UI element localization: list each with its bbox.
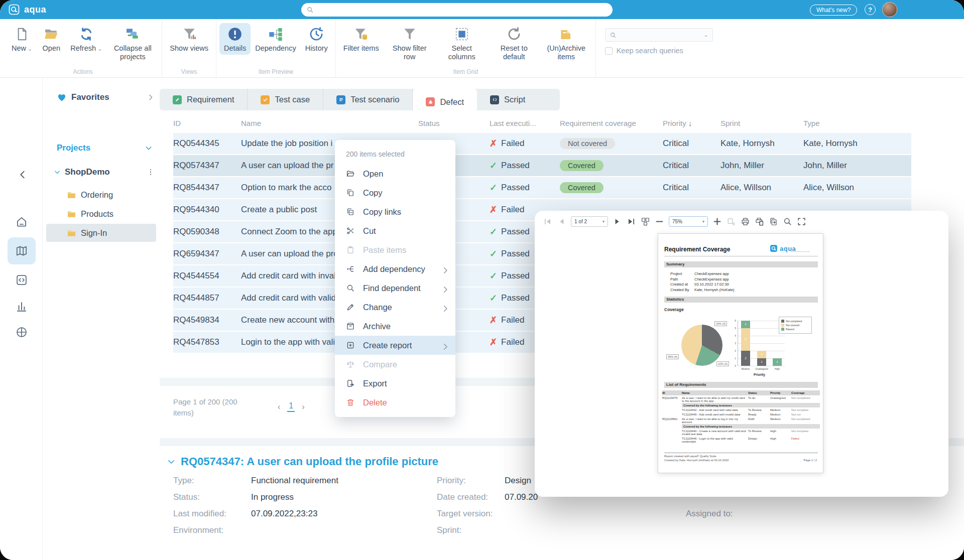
- menu-item-change[interactable]: Change: [335, 298, 455, 317]
- menu-item-paste-items: Paste items: [335, 240, 455, 259]
- new-button[interactable]: New ⌄: [7, 23, 37, 55]
- rail-item-home[interactable]: [8, 209, 36, 234]
- menu-item-delete[interactable]: Delete: [335, 393, 455, 412]
- page-select[interactable]: 1 of 2▾: [571, 216, 608, 227]
- projects-header[interactable]: Projects: [57, 143, 153, 153]
- rail-item-code-box[interactable]: [8, 267, 36, 293]
- column-header-priority[interactable]: Priority ↓: [663, 119, 720, 127]
- context-menu: 200 items selected OpenCopyCopy linksCut…: [335, 140, 455, 417]
- detail-field: Last modified:07.09.2022,23:23: [173, 505, 338, 522]
- brand-name: aqua: [24, 5, 46, 15]
- table-row[interactable]: RQ8544347Option to mark the acco✓PassedC…: [173, 177, 911, 198]
- page-number[interactable]: 1: [287, 401, 295, 412]
- kebab-menu-icon[interactable]: [147, 168, 155, 176]
- pv-next-icon[interactable]: [613, 217, 622, 226]
- pv-fullscreen-icon[interactable]: [797, 217, 806, 226]
- prev-page-button[interactable]: ‹: [278, 402, 280, 411]
- dependency-button[interactable]: Dependency: [251, 23, 300, 55]
- ribbon-search-input[interactable]: ⌄: [605, 28, 713, 42]
- chevron-right-icon[interactable]: [147, 93, 155, 101]
- rail-item-map[interactable]: [8, 237, 36, 264]
- details-button[interactable]: Details: [219, 23, 251, 55]
- column-header-last-executi-[interactable]: Last executi...: [490, 119, 560, 127]
- detail-field-value: Design: [505, 476, 531, 486]
- menu-item-add-dependency[interactable]: Add dependency: [335, 259, 455, 278]
- pv-print-page-icon[interactable]: [755, 217, 764, 226]
- report-table-header: IDNameStatusPriorityCoverage: [662, 390, 820, 395]
- checkbox-icon[interactable]: [605, 47, 613, 55]
- tree-item-sign-in[interactable]: Sign-In: [46, 224, 156, 242]
- chevron-down-icon[interactable]: [54, 169, 61, 176]
- report-section-summary: Summary: [664, 261, 818, 267]
- column-header-status[interactable]: Status: [418, 119, 490, 127]
- avatar[interactable]: [882, 2, 897, 17]
- execution-label: Failed: [501, 315, 524, 325]
- show-filter-row-button[interactable]: Show filter row: [384, 23, 436, 63]
- reset-to-default-button[interactable]: Reset to default: [488, 23, 540, 63]
- pv-minus-icon[interactable]: [655, 217, 664, 226]
- refresh-button[interactable]: Refresh ⌄: [66, 23, 106, 55]
- rail-item-bar-chart[interactable]: [8, 294, 36, 319]
- chevron-down-icon[interactable]: [145, 144, 153, 152]
- table-row[interactable]: RQ0574347A user can upload the pr✓Passed…: [173, 155, 911, 176]
- show-views-button[interactable]: Show views: [165, 23, 213, 55]
- chevron-down-icon[interactable]: ⌄: [703, 32, 708, 38]
- whats-new-button[interactable]: What's new?: [810, 5, 857, 16]
- chevron-down-icon[interactable]: [167, 457, 176, 466]
- menu-item-copy[interactable]: Copy: [335, 183, 455, 202]
- menu-item-open[interactable]: Open: [335, 164, 455, 183]
- toolbar-button-label: Refresh ⌄: [70, 44, 102, 53]
- column-header-id[interactable]: ID: [173, 119, 241, 127]
- pv-print-icon[interactable]: [741, 217, 750, 226]
- menu-item-archive[interactable]: Archive: [335, 317, 455, 336]
- tree-item-label: Products: [81, 209, 113, 219]
- select-columns-button[interactable]: Select columns: [436, 23, 488, 63]
- column-header-name[interactable]: Name: [241, 119, 418, 127]
- pv-export-icon[interactable]: [769, 217, 778, 226]
- history-button[interactable]: History: [301, 23, 332, 55]
- detail-header[interactable]: RQ0574347: A user can upload the profile…: [167, 455, 438, 468]
- global-search-input[interactable]: [318, 6, 608, 14]
- open-button[interactable]: Open: [37, 23, 66, 55]
- tab-test-case[interactable]: Test case: [248, 89, 323, 110]
- detail-field: Status:In progress: [173, 489, 338, 505]
- report-section-list: List of Requirements: [664, 382, 818, 388]
- column-header-type[interactable]: Type: [803, 119, 911, 127]
- column-header-requirement-coverage[interactable]: Requirement coverage: [560, 119, 663, 127]
- tab-script[interactable]: Script: [477, 89, 538, 110]
- menu-item-find-dependent[interactable]: Find dependent: [335, 278, 455, 298]
- ribbon-toolbar: New ⌄OpenRefresh ⌄Collapse all projectsA…: [0, 19, 964, 78]
- help-button[interactable]: ?: [865, 4, 876, 15]
- menu-item-label: Create report: [363, 341, 433, 350]
- rail-item-grid-circle[interactable]: [8, 320, 36, 345]
- detail-field: Target version:: [437, 505, 538, 522]
- sort-desc-icon: ↓: [686, 119, 692, 127]
- tab-defect[interactable]: Defect: [413, 89, 477, 115]
- -un-archive-items-button[interactable]: (Un)Archive items: [540, 23, 592, 63]
- collapse-all-projects-button[interactable]: Collapse all projects: [106, 23, 159, 63]
- favorites-header[interactable]: Favorites: [57, 92, 155, 102]
- zoom-select[interactable]: 75%▾: [669, 216, 708, 227]
- pv-plus-icon[interactable]: [712, 217, 722, 226]
- column-header-sprint[interactable]: Sprint: [720, 119, 803, 127]
- keep-search-queries-option[interactable]: Keep search queries: [605, 47, 713, 55]
- tree-root-shopdemo[interactable]: ShopDemo: [54, 167, 155, 177]
- menu-item-create-report[interactable]: Create report: [335, 336, 455, 355]
- tab-test-scenario[interactable]: Test scenario: [323, 89, 413, 110]
- table-row[interactable]: RQ0544345Update the job position i✗Faile…: [173, 133, 911, 154]
- tree-item-ordering[interactable]: Ordering: [46, 186, 156, 204]
- global-search[interactable]: [301, 3, 613, 17]
- bar-segment: 3: [741, 328, 750, 351]
- collapse-sidebar-button[interactable]: [17, 169, 28, 180]
- pv-last-icon[interactable]: [627, 217, 636, 226]
- cell-priority: Critical: [663, 138, 720, 149]
- tab-requirement[interactable]: Requirement: [160, 89, 248, 110]
- pv-layout-icon[interactable]: [641, 217, 650, 226]
- search-icon[interactable]: [783, 217, 792, 226]
- tree-item-products[interactable]: Products: [46, 205, 156, 223]
- menu-item-copy-links[interactable]: Copy links: [335, 202, 455, 221]
- menu-item-export[interactable]: Export: [335, 374, 455, 393]
- next-page-button[interactable]: ›: [302, 402, 304, 411]
- menu-item-cut[interactable]: Cut: [335, 221, 455, 240]
- filter-items-button[interactable]: Filter items: [339, 23, 384, 55]
